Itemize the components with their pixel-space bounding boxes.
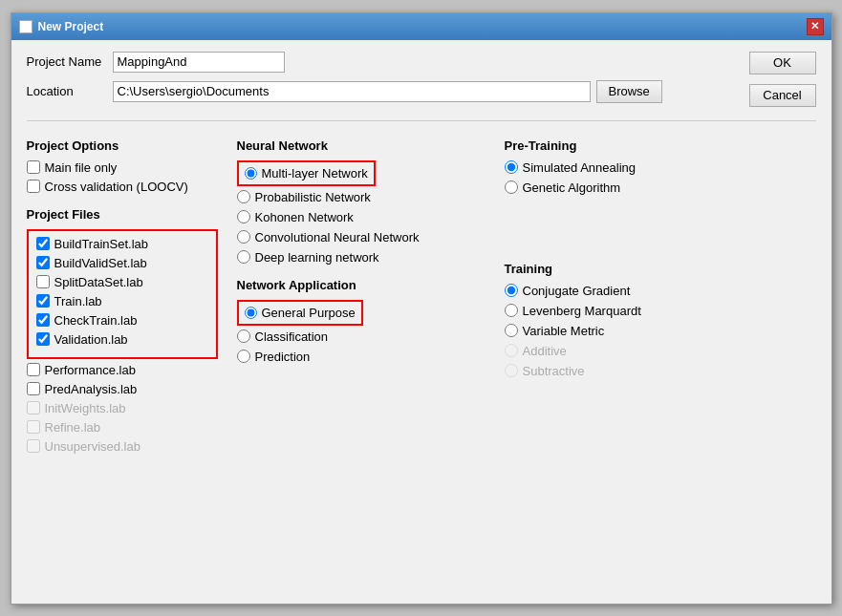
validation-checkbox[interactable] <box>36 332 50 346</box>
kohonen-option: Kohonen Network <box>237 210 486 224</box>
kohonen-radio[interactable] <box>237 210 250 223</box>
main-file-only-label: Main file only <box>45 160 118 175</box>
list-item: SplitDataSet.lab <box>36 275 208 289</box>
project-files-list: BuildTrainSet.lab BuildValidSet.lab Spli… <box>27 229 218 359</box>
kohonen-label: Kohonen Network <box>255 210 354 224</box>
network-application-title: Network Application <box>237 278 486 292</box>
project-files-title: Project Files <box>27 207 218 222</box>
list-item: PredAnalysis.lab <box>27 382 218 396</box>
subtractive-option: Subtractive <box>505 364 816 378</box>
list-item: Refine.lab <box>27 420 218 435</box>
project-name-label: Project Name <box>27 54 113 69</box>
predanalysis-checkbox[interactable] <box>27 382 40 395</box>
variable-metric-option: Variable Metric <box>505 324 816 338</box>
title-bar: New Project ✕ <box>11 13 831 40</box>
refine-checkbox <box>27 420 40 434</box>
cnn-radio[interactable] <box>237 230 250 244</box>
buildvalidset-checkbox[interactable] <box>36 256 50 269</box>
buildtrainset-checkbox[interactable] <box>36 237 50 250</box>
list-item: Train.lab <box>36 294 208 308</box>
dialog-title: New Project <box>38 20 104 33</box>
conjugate-gradient-label: Conjugate Gradient <box>523 284 631 298</box>
probabilistic-label: Probabilistic Network <box>255 190 371 204</box>
main-file-only-checkbox[interactable] <box>27 160 40 174</box>
general-purpose-radio[interactable] <box>245 307 257 319</box>
refine-label: Refine.lab <box>45 420 101 435</box>
ok-button[interactable]: OK <box>749 52 816 74</box>
simulated-annealing-option: Simulated Annealing <box>505 160 816 175</box>
left-panel: Project Options Main file only Cross val… <box>27 129 218 458</box>
location-label: Location <box>27 84 113 98</box>
classification-label: Classification <box>255 329 329 344</box>
subtractive-radio <box>505 364 518 377</box>
browse-button[interactable]: Browse <box>596 80 662 103</box>
cnn-option: Convolutional Neural Network <box>237 230 486 244</box>
variable-metric-radio[interactable] <box>505 324 518 337</box>
pre-training-title: Pre-Training <box>505 138 816 153</box>
project-options-title: Project Options <box>27 138 218 153</box>
list-item: Performance.lab <box>27 363 218 377</box>
probabilistic-radio[interactable] <box>237 190 250 203</box>
initweights-label: InitWeights.lab <box>45 401 126 415</box>
classification-option: Classification <box>237 329 486 344</box>
deep-learning-option: Deep learning network <box>237 250 486 265</box>
cancel-button[interactable]: Cancel <box>749 84 816 107</box>
prediction-label: Prediction <box>255 350 311 364</box>
levenberg-radio[interactable] <box>505 304 518 317</box>
multilayer-radio[interactable] <box>245 167 257 180</box>
checktrain-checkbox[interactable] <box>36 313 50 327</box>
location-input[interactable] <box>113 81 591 102</box>
train-checkbox[interactable] <box>36 294 50 308</box>
deep-learning-radio[interactable] <box>237 250 250 264</box>
cross-validation-label: Cross validation (LOOCV) <box>45 180 188 194</box>
validation-label: Validation.lab <box>54 332 128 347</box>
variable-metric-label: Variable Metric <box>523 324 605 338</box>
initweights-checkbox <box>27 401 40 414</box>
dialog-body: Project Name Location Browse OK Cancel P… <box>11 40 831 604</box>
performance-label: Performance.lab <box>45 363 136 377</box>
project-name-row: Project Name <box>27 52 740 73</box>
deep-learning-label: Deep learning network <box>255 250 379 265</box>
buildvalidset-label: BuildValidSet.lab <box>54 256 147 270</box>
simulated-annealing-label: Simulated Annealing <box>523 160 637 175</box>
train-label: Train.lab <box>54 294 102 308</box>
classification-radio[interactable] <box>237 329 250 343</box>
close-button[interactable]: ✕ <box>807 18 824 35</box>
checktrain-label: CheckTrain.lab <box>54 313 138 328</box>
cross-validation-checkbox[interactable] <box>27 180 40 193</box>
prediction-radio[interactable] <box>237 350 250 363</box>
general-purpose-label: General Purpose <box>262 306 356 320</box>
multilayer-network-option: Multi-layer Network <box>237 160 376 186</box>
subtractive-label: Subtractive <box>523 364 585 378</box>
list-item: BuildValidSet.lab <box>36 256 208 270</box>
simulated-annealing-radio[interactable] <box>505 160 518 174</box>
project-name-input[interactable] <box>113 52 285 73</box>
general-purpose-option: General Purpose <box>237 300 363 326</box>
list-item: CheckTrain.lab <box>36 313 208 328</box>
buildtrainset-label: BuildTrainSet.lab <box>54 237 149 251</box>
genetic-algorithm-radio[interactable] <box>505 181 518 194</box>
training-title: Training <box>505 262 816 276</box>
predanalysis-label: PredAnalysis.lab <box>45 382 138 396</box>
splitdataset-checkbox[interactable] <box>36 275 50 288</box>
cross-validation-row: Cross validation (LOOCV) <box>27 180 218 194</box>
main-file-only-row: Main file only <box>27 160 218 175</box>
additive-label: Additive <box>523 344 567 358</box>
list-item: InitWeights.lab <box>27 401 218 415</box>
splitdataset-label: SplitDataSet.lab <box>54 275 143 289</box>
performance-checkbox[interactable] <box>27 363 40 376</box>
list-item: Unsupervised.lab <box>27 439 218 454</box>
middle-panel: Neural Network Multi-layer Network Proba… <box>218 129 486 458</box>
genetic-algorithm-label: Genetic Algorithm <box>523 181 621 195</box>
additive-radio <box>505 344 518 357</box>
unsupervised-label: Unsupervised.lab <box>45 439 140 454</box>
prediction-option: Prediction <box>237 350 486 364</box>
probabilistic-option: Probabilistic Network <box>237 190 486 204</box>
neural-network-title: Neural Network <box>237 138 486 153</box>
additive-option: Additive <box>505 344 816 358</box>
multilayer-label: Multi-layer Network <box>262 166 368 181</box>
levenberg-option: Levenberg Marquardt <box>505 304 816 318</box>
conjugate-gradient-radio[interactable] <box>505 284 518 297</box>
genetic-algorithm-option: Genetic Algorithm <box>505 181 816 195</box>
new-project-dialog: New Project ✕ Project Name Location Brow… <box>11 12 832 605</box>
